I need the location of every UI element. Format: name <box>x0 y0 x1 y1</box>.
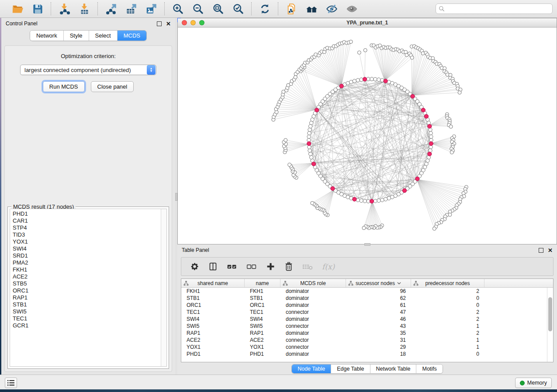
graph-node-selected[interactable] <box>363 77 367 81</box>
graph-node[interactable] <box>377 199 381 202</box>
cell-mcds_role[interactable]: connector <box>280 337 346 343</box>
mcds-result-item[interactable]: PMA2 <box>13 259 166 266</box>
graph-node[interactable] <box>349 40 353 44</box>
cell-shared_name[interactable]: STB1 <box>181 295 245 301</box>
cell-name[interactable]: YOX1 <box>245 344 280 350</box>
cell-mcds_role[interactable]: dominator <box>280 302 346 308</box>
graph-node[interactable] <box>362 226 366 230</box>
mcds-result-item[interactable]: TEC1 <box>13 315 166 322</box>
graph-node-selected[interactable] <box>415 177 419 181</box>
graph-node[interactable] <box>363 48 367 52</box>
table-row[interactable]: ACE2ACE2connector311 <box>181 337 547 344</box>
table-row[interactable]: YOX1YOX1connector291 <box>181 344 547 351</box>
graph-node[interactable] <box>370 77 374 81</box>
mcds-result-item[interactable]: PHD1 <box>13 210 166 217</box>
tab-node-table[interactable]: Node Table <box>292 364 331 373</box>
tab-mcds[interactable]: MCDS <box>117 31 146 41</box>
graph-node[interactable] <box>294 76 297 79</box>
column-header-shared-name[interactable]: shared name <box>181 279 245 287</box>
graph-node-selected[interactable] <box>411 94 415 98</box>
cell-name[interactable]: PHD1 <box>245 351 280 357</box>
graph-node[interactable] <box>374 77 377 81</box>
clone-network-button[interactable] <box>284 2 298 16</box>
mcds-result-item[interactable]: TID3 <box>13 231 166 238</box>
zoom-fit-button[interactable] <box>211 2 225 16</box>
mcds-result-item[interactable]: SWI4 <box>13 245 166 252</box>
refresh-view-button[interactable] <box>258 2 272 16</box>
table-row[interactable]: RAP1RAP1dominator352 <box>181 330 547 337</box>
tab-select[interactable]: Select <box>89 31 117 41</box>
mcds-result-item[interactable]: ACE2 <box>13 273 166 280</box>
criterion-dropdown[interactable]: largest connected component (undirected)… <box>20 65 156 75</box>
cell-mcds_role[interactable]: connector <box>280 323 346 329</box>
cell-name[interactable]: ORC1 <box>245 302 280 308</box>
maximize-window-icon[interactable] <box>199 20 204 25</box>
cell-mcds_role[interactable]: dominator <box>280 295 346 301</box>
save-session-button[interactable] <box>31 2 45 16</box>
tab-edge-table[interactable]: Edge Table <box>331 364 370 373</box>
mcds-result-list[interactable]: PHD1CAR1STP4TID3YOX1SWI4SRD1PMA2FKH1ACE2… <box>10 209 167 367</box>
export-table-button[interactable] <box>124 2 138 16</box>
graph-node[interactable] <box>387 196 391 200</box>
memory-button[interactable]: Memory <box>515 378 552 388</box>
mcds-result-item[interactable]: STP4 <box>13 224 166 231</box>
table-row[interactable]: PHD1PHD1dominator180 <box>181 351 547 358</box>
cell-successor_nodes[interactable]: 62 <box>346 295 411 301</box>
delete-column-button[interactable] <box>284 261 293 273</box>
cell-name[interactable]: STB1 <box>245 295 280 301</box>
cell-shared_name[interactable]: TEC1 <box>181 309 245 315</box>
mcds-result-item[interactable]: GCR1 <box>13 322 166 329</box>
cell-successor_nodes[interactable]: 18 <box>346 351 411 357</box>
column-header-MCDS-role[interactable]: MCDS role <box>280 279 346 287</box>
task-history-button[interactable] <box>5 378 17 388</box>
graph-node[interactable] <box>349 80 353 84</box>
graph-node[interactable] <box>356 79 360 82</box>
mcds-result-item[interactable]: YOX1 <box>13 238 166 245</box>
graph-node-selected[interactable] <box>429 141 433 145</box>
add-column-button[interactable] <box>266 261 275 273</box>
graph-node-selected[interactable] <box>402 189 406 193</box>
cell-mcds_role[interactable]: connector <box>280 344 346 350</box>
cell-successor_nodes[interactable]: 96 <box>346 288 411 294</box>
graph-node[interactable] <box>288 163 291 166</box>
graph-node-selected[interactable] <box>339 84 343 88</box>
float-table-panel-button[interactable] <box>539 248 543 253</box>
hide-selected-button[interactable] <box>325 2 339 16</box>
first-neighbors-button[interactable] <box>304 2 318 16</box>
graph-node[interactable] <box>308 152 312 156</box>
cell-shared_name[interactable]: FKH1 <box>181 288 245 294</box>
cell-name[interactable]: ACE2 <box>245 337 280 343</box>
graph-node[interactable] <box>360 199 363 202</box>
graph-node[interactable] <box>309 155 313 159</box>
export-image-button[interactable] <box>144 2 158 16</box>
table-scrollbar[interactable] <box>547 288 553 362</box>
table-row[interactable]: STB1STB1dominator620 <box>181 295 547 302</box>
cell-predecessor_nodes[interactable]: 2 <box>411 288 484 294</box>
mcds-result-item[interactable]: CAR1 <box>13 217 166 224</box>
graph-node[interactable] <box>363 199 367 203</box>
float-panel-button[interactable] <box>157 21 162 26</box>
cell-predecessor_nodes[interactable]: 1 <box>411 337 484 343</box>
zoom-selected-button[interactable] <box>231 2 245 16</box>
cell-predecessor_nodes[interactable]: 2 <box>411 316 484 322</box>
graph-node[interactable] <box>449 125 453 128</box>
tab-network-table[interactable]: Network Table <box>370 364 416 373</box>
mcds-result-item[interactable]: FKH1 <box>13 266 166 273</box>
cell-mcds_role[interactable]: dominator <box>280 351 346 357</box>
minimize-window-icon[interactable] <box>190 20 196 25</box>
graph-node[interactable] <box>429 135 433 138</box>
cell-name[interactable]: TEC1 <box>245 309 280 315</box>
cell-successor_nodes[interactable]: 29 <box>346 344 411 350</box>
graph-node-selected[interactable] <box>311 162 315 166</box>
zoom-in-button[interactable] <box>171 2 185 16</box>
graph-node[interactable] <box>308 128 311 131</box>
graph-node-selected[interactable] <box>307 141 311 145</box>
graph-node[interactable] <box>308 131 311 135</box>
tab-motifs[interactable]: Motifs <box>416 364 442 373</box>
graph-node-selected[interactable] <box>353 197 356 201</box>
cell-shared_name[interactable]: RAP1 <box>181 330 245 336</box>
table-row[interactable]: SWI4SWI4dominator462 <box>181 316 547 323</box>
graph-node[interactable] <box>384 197 387 201</box>
graph-node[interactable] <box>429 131 432 135</box>
cell-predecessor_nodes[interactable]: 0 <box>411 302 484 308</box>
